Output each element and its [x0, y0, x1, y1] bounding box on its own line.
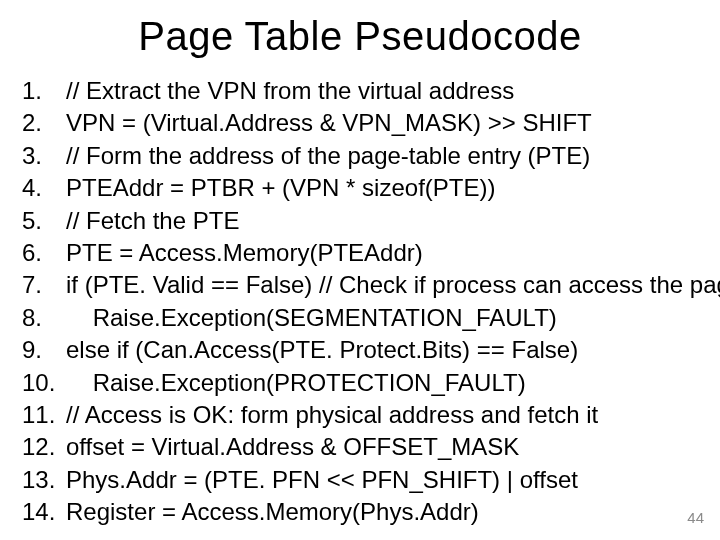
line-text: if (PTE. Valid == False) // Check if pro…	[66, 269, 720, 301]
code-line: 2. VPN = (Virtual.Address & VPN_MASK) >>…	[22, 107, 700, 139]
line-number: 11.	[22, 399, 66, 431]
line-text: PTEAddr = PTBR + (VPN * sizeof(PTE))	[66, 172, 700, 204]
line-text: PTE = Access.Memory(PTEAddr)	[66, 237, 700, 269]
line-text: // Fetch the PTE	[66, 205, 700, 237]
line-text: // Form the address of the page-table en…	[66, 140, 700, 172]
code-line: 4. PTEAddr = PTBR + (VPN * sizeof(PTE))	[22, 172, 700, 204]
pseudocode-list: 1. // Extract the VPN from the virtual a…	[0, 75, 720, 528]
line-number: 7.	[22, 269, 66, 301]
code-line: 9. else if (Can.Access(PTE. Protect.Bits…	[22, 334, 700, 366]
code-line: 5. // Fetch the PTE	[22, 205, 700, 237]
line-text: VPN = (Virtual.Address & VPN_MASK) >> SH…	[66, 107, 700, 139]
line-number: 13.	[22, 464, 66, 496]
line-text: // Access is OK: form physical address a…	[66, 399, 700, 431]
line-number: 14.	[22, 496, 66, 528]
line-text: Register = Access.Memory(Phys.Addr)	[66, 496, 700, 528]
line-text: // Extract the VPN from the virtual addr…	[66, 75, 700, 107]
code-line: 7. if (PTE. Valid == False) // Check if …	[22, 269, 700, 301]
slide-title: Page Table Pseudocode	[0, 0, 720, 75]
line-number: 4.	[22, 172, 66, 204]
code-line: 3. // Form the address of the page-table…	[22, 140, 700, 172]
code-line: 8. Raise.Exception(SEGMENTATION_FAULT)	[22, 302, 700, 334]
line-number: 10.	[22, 367, 66, 399]
line-text: Phys.Addr = (PTE. PFN << PFN_SHIFT) | of…	[66, 464, 700, 496]
line-number: 3.	[22, 140, 66, 172]
line-number: 6.	[22, 237, 66, 269]
line-number: 1.	[22, 75, 66, 107]
line-number: 8.	[22, 302, 66, 334]
line-text: Raise.Exception(PROTECTION_FAULT)	[66, 367, 700, 399]
line-text: else if (Can.Access(PTE. Protect.Bits) =…	[66, 334, 700, 366]
line-text: Raise.Exception(SEGMENTATION_FAULT)	[66, 302, 700, 334]
line-number: 9.	[22, 334, 66, 366]
code-line: 10. Raise.Exception(PROTECTION_FAULT)	[22, 367, 700, 399]
code-line: 11. // Access is OK: form physical addre…	[22, 399, 700, 431]
line-number: 12.	[22, 431, 66, 463]
line-number: 5.	[22, 205, 66, 237]
line-text: offset = Virtual.Address & OFFSET_MASK	[66, 431, 700, 463]
slide: Page Table Pseudocode 1. // Extract the …	[0, 0, 720, 540]
code-line: 13. Phys.Addr = (PTE. PFN << PFN_SHIFT) …	[22, 464, 700, 496]
line-number: 2.	[22, 107, 66, 139]
code-line: 12. offset = Virtual.Address & OFFSET_MA…	[22, 431, 700, 463]
code-line: 1. // Extract the VPN from the virtual a…	[22, 75, 700, 107]
code-line: 14. Register = Access.Memory(Phys.Addr)	[22, 496, 700, 528]
page-number: 44	[687, 509, 704, 526]
code-line: 6. PTE = Access.Memory(PTEAddr)	[22, 237, 700, 269]
